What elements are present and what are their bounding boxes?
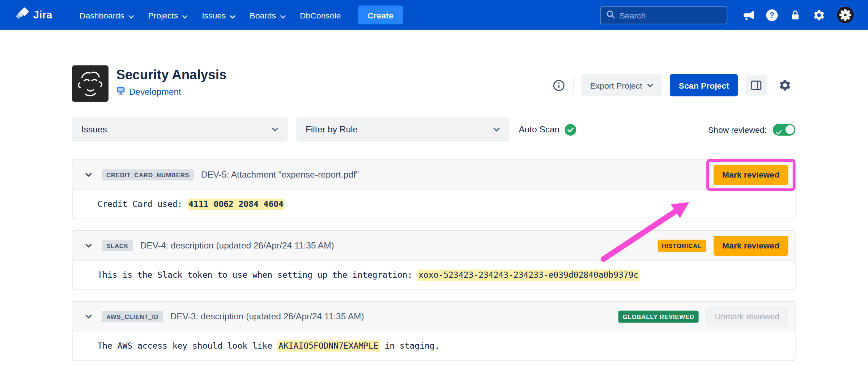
collapse-chevron-icon[interactable] [82,310,95,323]
finding-header: AWS_CLIENT_ID DEV-3: description (update… [73,302,795,332]
issues-dropdown-value: Issues [81,124,107,135]
auto-scan-status: Auto Scan [519,124,576,135]
finding-text: Credit Card used: [97,199,187,209]
nav-issues-label: Issues [202,10,226,20]
settings-gear-icon[interactable] [813,9,825,21]
nav-dashboards[interactable]: Dashboards [72,0,141,30]
toggle-check-icon [776,127,782,136]
finding-text: This is the Slack token to use when sett… [97,270,417,280]
rule-badge: CREDIT_CARD_NUMBERS [102,169,194,180]
jira-logo-icon [16,7,29,23]
chevron-down-icon [182,11,187,20]
finding-title: DEV-5: Attachment "expense-report.pdf" [201,170,359,180]
global-search[interactable] [600,6,727,24]
navbar-icon-group: ? [742,7,854,23]
nav-projects-label: Projects [148,10,178,20]
issues-dropdown[interactable]: Issues [72,117,288,141]
help-icon[interactable]: ? [766,9,778,21]
main-content: Security Analysis Development Export Pro… [72,65,795,361]
rule-filter-dropdown[interactable]: Filter by Rule [296,117,509,141]
finding-card-slack: SLACK DEV-4: description (updated 26/Apr… [72,230,795,290]
rule-badge: AWS_CLIENT_ID [102,311,163,322]
jira-logo[interactable]: Jira [16,7,52,23]
export-project-label: Export Project [590,81,642,90]
mark-reviewed-button[interactable]: Mark reviewed [713,165,788,184]
collapse-chevron-icon[interactable] [82,239,95,252]
project-breadcrumb: Development [116,86,226,97]
finding-card-aws: AWS_CLIENT_ID DEV-3: description (update… [72,301,795,361]
create-button[interactable]: Create [358,5,403,24]
export-project-button[interactable]: Export Project [581,74,662,96]
nav-projects[interactable]: Projects [141,0,195,30]
dev-project-icon [116,86,125,97]
finding-body: The AWS access key should look like AKIA… [73,332,795,361]
search-input[interactable] [620,10,722,20]
mark-reviewed-button[interactable]: Mark reviewed [713,235,788,255]
header-actions: Export Project Scan Project [552,74,795,96]
jira-wordmark: Jira [33,9,52,21]
page-title: Security Analysis [116,67,226,83]
nav-boards[interactable]: Boards [242,0,293,30]
finding-body: This is the Slack token to use when sett… [73,261,795,290]
top-navbar: Jira Dashboards Projects Issues Boards D… [0,0,868,30]
scan-project-button[interactable]: Scan Project [670,74,738,96]
help-glyph: ? [770,10,774,19]
secret-value: 4111 0062 2084 4604 [187,199,285,210]
user-avatar[interactable] [837,7,854,23]
project-link[interactable]: Development [129,87,181,97]
finding-title: DEV-3: description (updated 26/Apr/24 11… [170,311,364,322]
nav-dbconsole-label: DbConsole [300,10,341,20]
search-icon [606,10,615,20]
finding-actions: Mark reviewed [713,165,788,184]
finding-title: DEV-4: description (updated 26/Apr/24 11… [140,241,334,251]
finding-body: Credit Card used: 4111 0062 2084 4604 [73,190,795,219]
page: Jira Dashboards Projects Issues Boards D… [0,0,868,366]
check-circle-icon [565,124,576,135]
nav-boards-label: Boards [250,10,276,20]
finding-text: in staging. [380,341,440,351]
announcement-icon[interactable] [742,9,754,21]
chevron-down-icon [280,11,285,20]
finding-card-credit-card: CREDIT_CARD_NUMBERS DEV-5: Attachment "e… [72,159,795,219]
finding-header: CREDIT_CARD_NUMBERS DEV-5: Attachment "e… [73,160,795,190]
rule-badge: SLACK [102,240,133,251]
show-reviewed-toggle[interactable] [773,124,796,135]
project-identity: Security Analysis Development [72,65,226,102]
secret-value: xoxo-523423-234243-234233-e039d02840a0b9… [417,269,639,281]
divider [573,77,574,94]
info-icon[interactable] [552,79,565,92]
unmark-reviewed-button: Unmark reviewed [706,306,788,326]
secret-value: AKIAIO5FODNN7EXAMPLE [277,340,380,352]
filter-row: Issues Filter by Rule Auto Scan Show rev… [72,117,795,141]
globally-reviewed-badge: GLOBALLY REVIEWED [618,310,699,323]
project-avatar [72,65,109,102]
auto-scan-label: Auto Scan [519,124,559,135]
toggle-knob [785,125,794,134]
nav-issues[interactable]: Issues [195,0,242,30]
finding-header: SLACK DEV-4: description (updated 26/Apr… [73,231,795,261]
finding-actions: GLOBALLY REVIEWED Unmark reviewed [618,306,788,326]
rule-filter-value: Filter by Rule [306,124,358,135]
side-panel-icon[interactable] [746,75,767,96]
collapse-chevron-icon[interactable] [82,169,95,181]
chevron-down-icon [128,11,133,20]
show-reviewed-control: Show reviewed: [708,124,796,135]
finding-text: The AWS access key should look like [97,341,277,351]
scan-project-label: Scan Project [679,81,729,90]
chevron-down-icon [230,11,235,20]
historical-badge: HISTORICAL [658,239,706,252]
show-reviewed-label: Show reviewed: [708,125,767,134]
project-titles: Security Analysis Development [116,65,226,102]
lock-icon[interactable] [790,9,801,21]
nav-dashboards-label: Dashboards [80,10,124,20]
nav-dbconsole[interactable]: DbConsole [293,0,348,30]
finding-actions: HISTORICAL Mark reviewed [658,235,788,255]
project-header: Security Analysis Development Export Pro… [72,65,795,102]
project-settings-gear-icon[interactable] [774,75,795,96]
